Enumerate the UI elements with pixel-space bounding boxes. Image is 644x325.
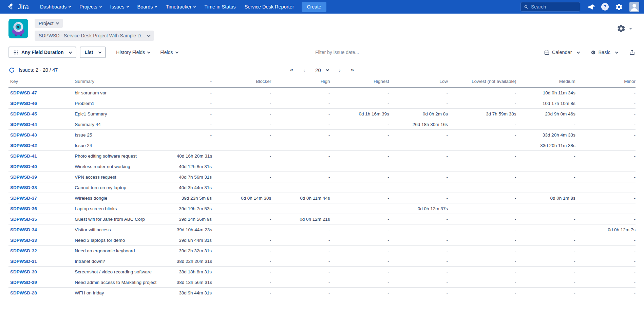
issue-key-link[interactable]: SDPWSD-44: [10, 122, 37, 127]
issue-summary: Epic1 Summary: [75, 109, 176, 119]
issue-key-link[interactable]: SDPWSD-45: [10, 111, 37, 116]
view-type-button[interactable]: List: [80, 47, 106, 58]
pagination-first-button[interactable]: «: [290, 67, 293, 73]
duration-cell: -: [516, 235, 575, 246]
search-box[interactable]: [520, 2, 580, 12]
duration-cell: 39d 10h 44m 23s: [177, 224, 212, 235]
project-avatar[interactable]: [8, 19, 28, 38]
export-icon[interactable]: [629, 49, 636, 56]
gear-icon: [617, 24, 626, 33]
issue-key-link[interactable]: SDPWSD-29: [10, 280, 37, 285]
grid-icon: [13, 50, 18, 55]
issue-key-link[interactable]: SDPWSD-34: [10, 227, 37, 232]
nav-item-issues[interactable]: Issues: [106, 4, 133, 10]
table-row: SDPWSD-47bir sorunum var------10d 0h 11m…: [8, 88, 636, 98]
field-duration-button[interactable]: Any Field Duration: [8, 47, 76, 58]
duration-cell: -: [389, 214, 448, 224]
duration-cell: -: [575, 172, 636, 182]
issue-key-link[interactable]: SDPWSD-33: [10, 238, 37, 243]
duration-cell: -: [516, 203, 575, 214]
table-header-row: KeySummary-BlockerHighHighestLowLowest (…: [8, 79, 636, 88]
fields-dropdown[interactable]: Fields: [160, 50, 178, 55]
issue-summary: Photo editing software request: [75, 151, 176, 161]
column-header-blocker[interactable]: Blocker: [212, 79, 271, 88]
pagination-prev-button[interactable]: ‹: [303, 67, 305, 73]
duration-cell: -: [516, 151, 575, 161]
duration-cell: -: [575, 246, 636, 256]
duration-cell: -: [177, 119, 212, 130]
nav-item-projects[interactable]: Projects: [75, 4, 106, 10]
duration-cell: -: [575, 109, 636, 119]
issue-key-link[interactable]: SDPWSD-30: [10, 269, 37, 274]
duration-cell: -: [516, 256, 575, 267]
issue-key-link[interactable]: SDPWSD-32: [10, 248, 37, 253]
duration-cell: -: [212, 267, 271, 277]
duration-cell: -: [271, 140, 330, 151]
refresh-icon[interactable]: [8, 67, 15, 73]
issue-key-link[interactable]: SDPWSD-46: [10, 101, 37, 106]
table-row: SDPWSD-29Need admin access to Marketing …: [8, 277, 636, 288]
settings-icon[interactable]: [615, 3, 623, 11]
issue-key-link[interactable]: SDPWSD-36: [10, 206, 37, 211]
announcements-icon[interactable]: [587, 3, 595, 11]
duration-cell: -: [575, 119, 636, 130]
nav-item-service-desk-reporter[interactable]: Service Desk Reporter: [240, 4, 299, 10]
duration-cell: 38d 22h 20m 31s: [177, 256, 212, 267]
project-type-dropdown[interactable]: Project: [35, 19, 63, 28]
history-fields-dropdown[interactable]: History Fields: [116, 50, 150, 55]
duration-cell: -: [448, 224, 516, 235]
duration-cell: -: [330, 182, 389, 193]
column-header-key[interactable]: Key: [8, 79, 75, 88]
calendar-dropdown[interactable]: Calendar: [544, 50, 580, 55]
chevron-down-icon: [155, 5, 157, 7]
duration-cell: -: [575, 193, 636, 203]
pagination-last-button[interactable]: »: [351, 67, 354, 73]
pagination-next-button[interactable]: ›: [339, 67, 341, 73]
calendar-icon: [544, 50, 550, 55]
user-avatar-icon: [629, 2, 639, 12]
column-header-dash[interactable]: -: [177, 79, 212, 88]
nav-item-time-in-status[interactable]: Time in Status: [200, 4, 240, 10]
duration-cell: -: [271, 246, 330, 256]
issue-key-link[interactable]: SDPWSD-28: [10, 290, 37, 295]
help-icon[interactable]: ?: [601, 3, 609, 11]
issue-key-link[interactable]: SDPWSD-47: [10, 90, 37, 95]
column-header-low[interactable]: Low: [389, 79, 448, 88]
issue-key-link[interactable]: SDPWSD-35: [10, 217, 37, 222]
nav-item-boards[interactable]: Boards: [133, 4, 162, 10]
user-avatar[interactable]: [629, 2, 639, 12]
create-button[interactable]: Create: [302, 2, 326, 12]
view-mode-dropdown[interactable]: Basic: [590, 50, 618, 55]
issue-date-filter[interactable]: Filter by issue date...: [178, 50, 496, 55]
search-input[interactable]: [531, 4, 577, 10]
project-settings-button[interactable]: [617, 24, 631, 33]
jira-logo-icon: [7, 2, 16, 11]
duration-cell: -: [389, 130, 448, 140]
column-header-lowest-not-available[interactable]: Lowest (not available): [448, 79, 516, 88]
duration-cell: 40d 12h 8m 31s: [177, 161, 212, 172]
table-row: SDPWSD-42Issue 24------33d 20h 11m 38s-: [8, 140, 636, 151]
page-size-select[interactable]: 20: [315, 67, 329, 73]
duration-cell: 39d 6h 44m 31s: [177, 235, 212, 246]
issue-key-link[interactable]: SDPWSD-42: [10, 143, 37, 148]
issue-key-link[interactable]: SDPWSD-40: [10, 164, 37, 169]
issue-key-link[interactable]: SDPWSD-43: [10, 132, 37, 138]
nav-item-dashboards[interactable]: Dashboards: [36, 4, 75, 10]
issue-key-link[interactable]: SDPWSD-37: [10, 196, 37, 201]
issue-key-link[interactable]: SDPWSD-31: [10, 259, 37, 264]
column-header-summary[interactable]: Summary: [75, 79, 176, 88]
duration-cell: -: [330, 235, 389, 246]
issue-key-link[interactable]: SDPWSD-41: [10, 154, 37, 159]
jira-home-link[interactable]: Jira: [7, 2, 29, 11]
column-header-highest[interactable]: Highest: [330, 79, 389, 88]
project-select[interactable]: SDPWSD - Service Desk Project With Sampl…: [35, 31, 154, 41]
column-header-high[interactable]: High: [271, 79, 330, 88]
issue-key-link[interactable]: SDPWSD-38: [10, 185, 37, 190]
issue-summary: Need 3 laptops for demo: [75, 235, 176, 246]
issue-key-link[interactable]: SDPWSD-39: [10, 175, 37, 180]
chevron-down-icon: [615, 50, 619, 54]
column-header-minor[interactable]: Minor: [575, 79, 636, 88]
column-header-medium[interactable]: Medium: [516, 79, 575, 88]
nav-item-timetracker[interactable]: Timetracker: [161, 4, 200, 10]
chevron-down-icon: [126, 5, 129, 7]
